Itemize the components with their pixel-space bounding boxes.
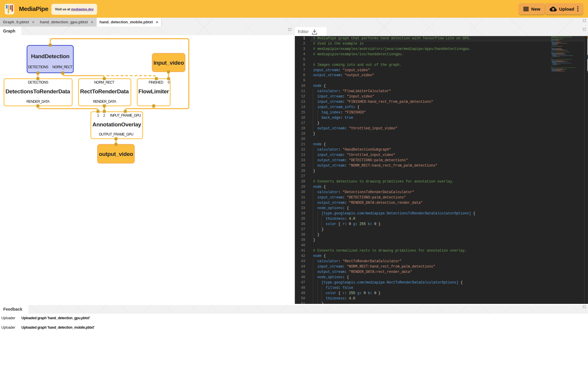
svg-text:input_video: input_video: [153, 60, 184, 66]
svg-text:DetectionsToRenderData: DetectionsToRenderData: [5, 88, 70, 94]
svg-text:RENDER_DATA: RENDER_DATA: [26, 100, 50, 104]
svg-text:AnnotationOverlay: AnnotationOverlay: [92, 121, 141, 128]
svg-text:INPUT_FRAME_GPU: INPUT_FRAME_GPU: [110, 113, 141, 118]
svg-text:NORM_RECT: NORM_RECT: [94, 80, 115, 84]
svg-text:FINISHED: FINISHED: [149, 80, 164, 84]
svg-text:DETECTIONS: DETECTIONS: [28, 80, 48, 84]
svg-text:RectToRenderData: RectToRenderData: [80, 88, 129, 94]
svg-text:output_video: output_video: [99, 151, 133, 157]
svg-text:DETECTIONS: DETECTIONS: [28, 65, 48, 69]
svg-text:RENDER_DATA: RENDER_DATA: [93, 100, 116, 104]
svg-text:NORM_RECT: NORM_RECT: [52, 65, 73, 69]
svg-text:HandDetection: HandDetection: [31, 53, 69, 59]
svg-text:FlowLimiter: FlowLimiter: [138, 88, 169, 94]
svg-text:OUTPUT_FRAME_GPU: OUTPUT_FRAME_GPU: [99, 132, 133, 136]
